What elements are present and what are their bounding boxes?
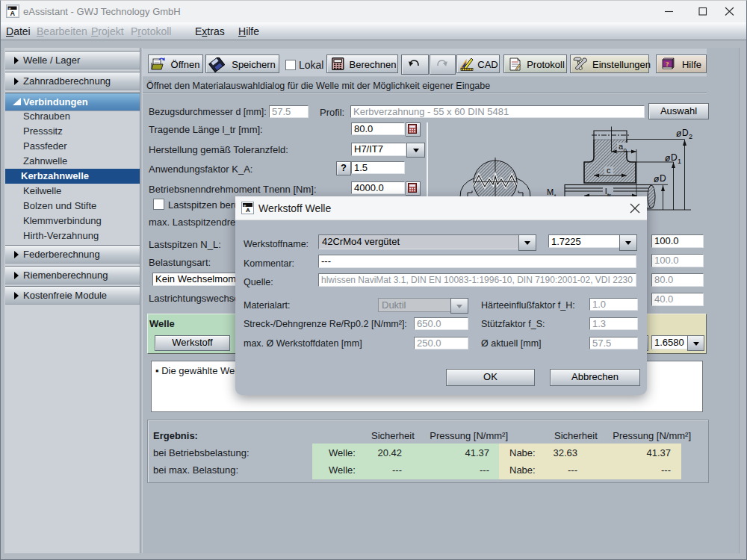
svg-text:0: 0	[624, 147, 627, 154]
svg-text:?: ?	[666, 60, 669, 68]
svg-text:D: D	[682, 128, 689, 138]
svg-text:ø: ø	[654, 174, 660, 184]
svg-text:ø: ø	[676, 128, 682, 139]
svg-text:1: 1	[678, 158, 681, 165]
svg-text:A: A	[10, 10, 16, 17]
svg-text:ø: ø	[665, 153, 671, 164]
svg-text:2: 2	[689, 133, 692, 140]
svg-text:D: D	[671, 152, 678, 163]
svg-text:c: c	[607, 166, 611, 175]
svg-text:M: M	[547, 187, 554, 196]
svg-text:A: A	[246, 207, 250, 214]
svg-text:D: D	[660, 173, 666, 184]
